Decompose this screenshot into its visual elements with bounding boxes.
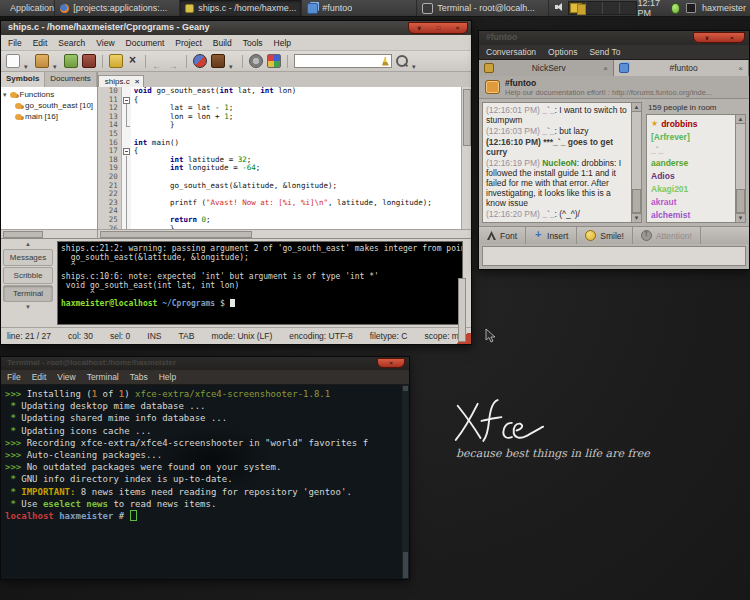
editor-v-scrollbar[interactable]: [461, 87, 471, 229]
volume-icon[interactable]: [555, 2, 562, 13]
sidebar-tab-symbols[interactable]: Symbols: [1, 72, 45, 87]
chat-tab-nickserv[interactable]: NickServ×: [479, 60, 614, 76]
workspace-1[interactable]: [569, 2, 586, 14]
nick-item-aanderse[interactable]: aanderse: [651, 156, 735, 169]
scroll-down-icon[interactable]: ▼: [3, 303, 53, 311]
back-icon[interactable]: [152, 55, 164, 67]
tab-close-icon[interactable]: ×: [135, 77, 140, 86]
menu-tabs[interactable]: Tabs: [130, 372, 148, 382]
user-action-button[interactable]: haxmeister: [702, 3, 746, 13]
panel-tab-messages[interactable]: Messages: [3, 249, 53, 266]
menu-view[interactable]: View: [96, 38, 114, 48]
panel-tab-scribble[interactable]: Scribble: [3, 267, 53, 284]
sidebar-tab-documents[interactable]: Documents: [45, 72, 96, 87]
geany-titlebar[interactable]: ships.c - /home/haxmeister/Cprograms - G…: [1, 21, 471, 35]
maximize-icon[interactable]: □: [437, 25, 441, 31]
scroll-up-icon[interactable]: ▲: [736, 115, 745, 124]
scrollbar-thumb[interactable]: [736, 189, 745, 213]
caret-icon[interactable]: [412, 55, 419, 67]
open-folder-icon[interactable]: [35, 54, 49, 68]
nick-item-adios[interactable]: Adios: [651, 169, 735, 182]
close-doc-icon[interactable]: [127, 55, 139, 67]
message-list[interactable]: (12:16:01 PM) _`_: I want to switch to s…: [483, 103, 631, 222]
insert-button[interactable]: Insert: [526, 227, 577, 244]
nick-item-drobbins[interactable]: ★drobbins: [651, 117, 735, 130]
clear-icon[interactable]: [382, 57, 389, 66]
scroll-up-icon[interactable]: ▲: [632, 103, 641, 112]
caret-icon[interactable]: [53, 55, 60, 67]
menu-tools[interactable]: Tools: [243, 38, 263, 48]
menu-build[interactable]: Build: [213, 38, 232, 48]
smile-button[interactable]: Smile!: [577, 227, 633, 244]
nick-item--arfrever-[interactable]: [Arfrever]: [651, 130, 735, 143]
workspace-pager[interactable]: [568, 1, 637, 15]
close-icon[interactable]: ×: [456, 25, 460, 31]
workspace-3[interactable]: [603, 2, 620, 14]
menu-help[interactable]: Help: [159, 372, 176, 382]
scroll-down-icon[interactable]: ▼: [632, 213, 641, 222]
fold-box-icon[interactable]: [123, 97, 130, 104]
network-status-icon[interactable]: [671, 3, 680, 14]
tree-root[interactable]: ▾Functions: [3, 89, 97, 100]
compile-icon[interactable]: [193, 54, 207, 68]
fold-box-icon[interactable]: [123, 148, 130, 155]
scroll-down-icon[interactable]: ▼: [736, 213, 745, 222]
terminal-scrollbar[interactable]: [402, 385, 409, 579]
nick-list[interactable]: ★drobbins[Arfrever]_`_aanderseAdiosAkagi…: [647, 115, 735, 222]
caret-icon[interactable]: [229, 55, 236, 67]
terminal-body[interactable]: >>> Installing (1 of 1) xfce-extra/xfce4…: [1, 385, 409, 579]
save-icon[interactable]: [64, 54, 78, 68]
taskbar-button--funtoo[interactable]: #funtoo: [302, 0, 417, 16]
code-area[interactable]: 10void go_south_east(int lat, int lon)11…: [98, 87, 461, 229]
tree-item-go-south-east-10-[interactable]: go_south_east [10]: [3, 100, 97, 111]
search-entry[interactable]: [294, 54, 392, 68]
embedded-terminal-scrollbar[interactable]: [458, 278, 466, 342]
menu-edit[interactable]: Edit: [32, 372, 47, 382]
minimize-icon[interactable]: ∨: [417, 25, 422, 31]
nick-item-akagi201[interactable]: Akagi201: [651, 182, 735, 195]
caret-icon[interactable]: [24, 55, 31, 67]
revert-icon[interactable]: [109, 54, 123, 68]
nick-item--[interactable]: _`_: [651, 143, 735, 156]
run-icon[interactable]: [249, 54, 263, 68]
menu-document[interactable]: Document: [126, 38, 165, 48]
menu-project[interactable]: Project: [175, 38, 201, 48]
chat-tab--funtoo[interactable]: #funtoo×: [614, 60, 749, 76]
nick-item-alchemist[interactable]: alchemist: [651, 208, 735, 221]
font-button[interactable]: Font: [479, 227, 526, 244]
taskbar-button-ships-c-home-haxme-[interactable]: ships.c - /home/haxme...: [180, 0, 302, 16]
window-controls[interactable]: ∨□×: [408, 22, 468, 34]
scroll-up-icon[interactable]: ▲: [3, 240, 53, 248]
taskbar-button--projects-applications-[interactable]: [projects:applications:...: [55, 0, 180, 16]
save-all-icon[interactable]: [82, 54, 96, 68]
tab-close-icon[interactable]: ×: [603, 64, 608, 73]
tree-item-main-16-[interactable]: main [16]: [3, 111, 97, 122]
window-controls[interactable]: ∨×: [693, 32, 745, 43]
chat-input[interactable]: [482, 246, 746, 266]
embedded-terminal[interactable]: ships.c:21:2: warning: passing argument …: [57, 241, 463, 325]
chat-titlebar[interactable]: #funtoo ∨×: [479, 31, 749, 45]
display-tray-icon[interactable]: [686, 3, 696, 13]
menu-search[interactable]: Search: [58, 38, 85, 48]
menu-options[interactable]: Options: [548, 47, 577, 57]
tab-close-icon[interactable]: ×: [738, 64, 743, 73]
applications-menu-button[interactable]: Applications: [0, 0, 55, 16]
nick-item-akraut[interactable]: akraut: [651, 195, 735, 208]
terminal-titlebar[interactable]: Terminal - root@localhost:/home/haxmeist…: [1, 357, 409, 370]
new-file-icon[interactable]: [6, 54, 20, 68]
attention-button[interactable]: Attention!: [633, 227, 701, 244]
workspace-4[interactable]: [620, 2, 636, 14]
menu-edit[interactable]: Edit: [33, 38, 48, 48]
editor-h-scrollbar[interactable]: [98, 229, 471, 238]
taskbar-button-terminal-root-localh-[interactable]: Terminal - root@localh...: [417, 0, 549, 16]
close-icon[interactable]: ×: [730, 35, 734, 41]
find-icon[interactable]: [396, 55, 408, 67]
editor-tab-ships[interactable]: ships.c ×: [98, 75, 145, 87]
messages-scrollbar[interactable]: ▲▼: [631, 103, 641, 222]
menu-view[interactable]: View: [57, 372, 75, 382]
menu-terminal[interactable]: Terminal: [87, 372, 119, 382]
workspace-2[interactable]: [586, 2, 603, 14]
symbols-tree[interactable]: ▾Functionsgo_south_east [10]main [16]: [1, 87, 97, 229]
menu-file[interactable]: File: [8, 38, 22, 48]
window-controls[interactable]: ×: [377, 358, 405, 368]
